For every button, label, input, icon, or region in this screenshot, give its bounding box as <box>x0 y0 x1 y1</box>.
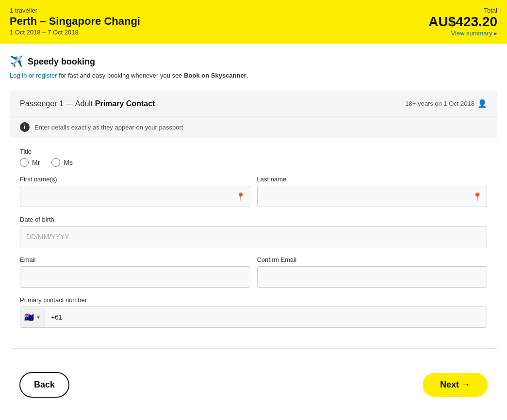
login-suffix-text: for fast and easy booking whenever you s… <box>57 72 184 79</box>
mr-radio-label[interactable]: Mr <box>20 158 40 167</box>
ms-label: Ms <box>64 159 73 166</box>
first-name-label: First name(s) <box>20 176 250 183</box>
confirm-email-col: Confirm Email <box>257 256 488 288</box>
last-name-wrapper: 📍 <box>257 186 488 207</box>
passport-notice: i Enter details exactly as they appear o… <box>10 116 497 138</box>
passenger-bold: Primary Contact <box>95 99 155 108</box>
route-title: Perth – Singapore Changi <box>10 15 140 28</box>
first-name-wrapper: 📍 <box>20 186 250 207</box>
title-radio-group: Mr Ms <box>20 158 487 167</box>
back-button[interactable]: Back <box>19 372 69 398</box>
page-header: 1 traveller Perth – Singapore Changi 1 O… <box>0 0 507 44</box>
passenger-prefix: Passenger 1 — Adult <box>20 99 95 108</box>
last-name-label: Last name <box>257 176 488 183</box>
info-icon: i <box>20 122 30 132</box>
phone-country-selector[interactable]: 🇦🇺 ▼ <box>20 307 45 327</box>
speedy-booking-icon: ✈️ <box>10 55 23 68</box>
ms-radio-label[interactable]: Ms <box>51 158 73 167</box>
email-col: Email <box>20 256 250 288</box>
phone-number-input[interactable] <box>45 307 487 327</box>
confirm-email-input[interactable] <box>257 266 488 288</box>
email-row: Email Confirm Email <box>20 256 487 288</box>
phone-flag: 🇦🇺 <box>24 313 34 322</box>
view-summary-link[interactable]: View summary ▸ <box>428 30 497 37</box>
passenger-title: Passenger 1 — Adult Primary Contact <box>20 99 155 108</box>
ms-radio[interactable] <box>51 158 60 167</box>
first-name-input[interactable] <box>20 186 250 207</box>
dob-label: Date of birth <box>20 216 487 223</box>
dob-input[interactable] <box>20 226 487 247</box>
login-register-link[interactable]: Log in or register <box>10 72 57 79</box>
last-name-col: Last name 📍 <box>257 176 488 207</box>
passenger-form: Title Mr Ms First name(s) <box>10 138 497 348</box>
login-text: Log in or register for fast and easy boo… <box>10 72 497 79</box>
email-label: Email <box>20 256 250 263</box>
speedy-booking-section: ✈️ Speedy booking <box>10 55 497 68</box>
phone-label: Primary contact number <box>20 296 487 304</box>
mr-radio[interactable] <box>20 158 29 167</box>
skyscanner-brand: Book on Skyscanner <box>184 72 246 79</box>
traveller-count: 1 traveller <box>10 7 140 14</box>
passport-text: Enter details exactly as they appear on … <box>34 124 183 131</box>
total-label: Total <box>428 7 497 14</box>
age-text: 18+ years on 1 Oct 2018 <box>405 100 474 107</box>
button-row: Back Next → <box>10 362 497 407</box>
last-name-input[interactable] <box>257 186 488 207</box>
next-button[interactable]: Next → <box>423 373 488 397</box>
header-left: 1 traveller Perth – Singapore Changi 1 O… <box>10 7 140 36</box>
confirm-email-label: Confirm Email <box>257 256 488 263</box>
travel-dates: 1 Oct 2018 – 7 Oct 2018 <box>10 29 140 36</box>
chevron-down-icon: ▼ <box>36 315 41 320</box>
age-info: 18+ years on 1 Oct 2018 👤 <box>405 99 487 108</box>
dob-field-group: Date of birth <box>20 216 487 247</box>
title-field-group: Title Mr Ms <box>20 148 487 167</box>
person-icon: 👤 <box>477 99 487 108</box>
passenger-card: Passenger 1 — Adult Primary Contact 18+ … <box>10 91 497 349</box>
phone-wrapper: 🇦🇺 ▼ <box>20 307 487 328</box>
total-amount: AU$423.20 <box>428 14 497 30</box>
email-input[interactable] <box>20 266 250 288</box>
name-row: First name(s) 📍 Last name 📍 <box>20 176 487 207</box>
main-content: ✈️ Speedy booking Log in or register for… <box>0 44 507 419</box>
speedy-booking-title: Speedy booking <box>28 57 95 67</box>
passenger-header: Passenger 1 — Adult Primary Contact 18+ … <box>10 91 497 116</box>
first-name-col: First name(s) 📍 <box>20 176 250 207</box>
title-label: Title <box>20 148 487 155</box>
header-right: Total AU$423.20 View summary ▸ <box>428 7 497 37</box>
phone-field-group: Primary contact number 🇦🇺 ▼ <box>20 296 487 328</box>
mr-label: Mr <box>32 159 40 166</box>
